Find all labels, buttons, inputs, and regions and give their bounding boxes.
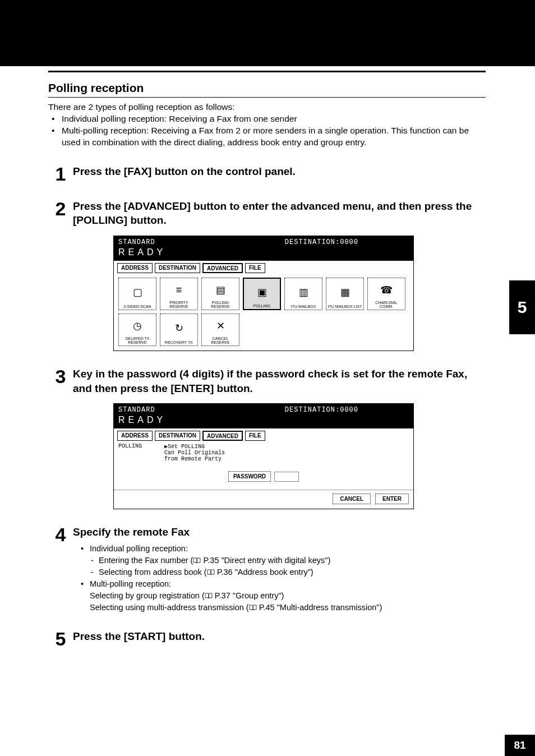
mailbox-list-icon: ▦ xyxy=(340,279,350,305)
page-number: 81 xyxy=(505,735,535,756)
step-4: 4 Specify the remote Fax Individual poll… xyxy=(48,525,486,614)
intro-bullet: Individual polling reception: Receiving … xyxy=(48,113,486,125)
step-title: Key in the password (4 digits) if the pa… xyxy=(73,367,486,395)
fn-polling[interactable]: ▣POLLING xyxy=(243,278,281,310)
mailbox-icon: ▥ xyxy=(299,279,308,305)
step-number: 4 xyxy=(48,525,73,614)
sub-bullet-text: Individual polling reception: xyxy=(90,544,188,553)
content-area: Polling reception There are 2 types of p… xyxy=(48,71,486,648)
sub-bullet-text: Multi-polling reception: xyxy=(90,579,171,588)
dash-item: Selecting from address book ( P.36 "Addr… xyxy=(90,566,486,578)
tab-file[interactable]: FILE xyxy=(245,431,265,441)
cancel-icon: ✕ xyxy=(216,315,225,336)
book-icon xyxy=(205,591,213,597)
step-title: Press the [FAX] button on the control pa… xyxy=(73,164,486,179)
tab-advanced[interactable]: ADVANCED xyxy=(202,263,243,273)
polling-password-screen: STANDARD DESTINATION:0000 READY ADDRESS … xyxy=(113,403,414,509)
page-icon: ▢ xyxy=(133,279,142,305)
polling-desc-line: Can Poll Originals xyxy=(164,450,225,456)
top-black-band xyxy=(0,0,535,66)
polling-label: POLLING xyxy=(118,443,154,462)
screen1-wrap: STANDARD DESTINATION:0000 READY ADDRESS … xyxy=(113,236,486,351)
password-field[interactable] xyxy=(274,472,299,482)
machine-icon: ▤ xyxy=(216,279,225,301)
fn-polling-reserve[interactable]: ▤POLLING RESERVE xyxy=(201,278,239,310)
plain-line: Selecting using multi-address transmissi… xyxy=(90,602,486,614)
intro-text: There are 2 types of polling reception a… xyxy=(48,102,486,112)
step-title: Press the [START] button. xyxy=(73,629,486,644)
step-number: 1 xyxy=(48,164,73,183)
fn-itu-mailbox[interactable]: ▥ITU MAILBOX xyxy=(284,278,322,310)
fn-priority-reserve[interactable]: ≡PRIORITY RESERVE xyxy=(160,278,198,310)
polling-desc-line: ▶Set POLLING xyxy=(164,443,225,450)
clock-icon: ◷ xyxy=(133,315,142,336)
screen-ready: READY xyxy=(118,247,409,257)
fax-icon: ▣ xyxy=(257,280,267,304)
polling-desc-line: from Remote Party xyxy=(164,456,225,462)
plain-line: Selecting by group registration ( P.37 "… xyxy=(90,590,486,602)
recovery-icon: ↻ xyxy=(175,315,183,340)
step-number: 5 xyxy=(48,629,73,648)
screen-mode: STANDARD xyxy=(118,406,155,414)
chapter-tab: 5 xyxy=(509,280,535,334)
screen2-wrap: STANDARD DESTINATION:0000 READY ADDRESS … xyxy=(113,403,486,509)
fn-recovery-tx[interactable]: ↻RECOVERY TX xyxy=(160,314,198,346)
tab-destination[interactable]: DESTINATION xyxy=(155,263,200,273)
intro-bullets: Individual polling reception: Receiving … xyxy=(48,113,486,149)
screen-destination: DESTINATION:0000 xyxy=(285,238,358,246)
step-3: 3 Key in the password (4 digits) if the … xyxy=(48,367,486,395)
list-icon: ≡ xyxy=(176,279,182,301)
section-title: Polling reception xyxy=(48,81,486,95)
book-icon xyxy=(207,567,215,573)
screen-mode: STANDARD xyxy=(118,238,155,246)
book-icon xyxy=(193,555,201,561)
tab-destination[interactable]: DESTINATION xyxy=(155,431,200,441)
tab-address[interactable]: ADDRESS xyxy=(117,431,153,441)
sub-bullet: Multi-polling reception: Selecting by gr… xyxy=(80,578,486,614)
polling-desc: ▶Set POLLING Can Poll Originals from Rem… xyxy=(164,443,225,462)
step-number: 3 xyxy=(48,367,73,395)
dash-item: Entering the Fax number ( P.35 "Direct e… xyxy=(90,555,486,566)
cancel-button[interactable]: CANCEL xyxy=(333,494,371,504)
step-title: Press the [ADVANCED] button to enter the… xyxy=(73,199,486,228)
intro-bullet: Multi-polling reception: Receiving a Fax… xyxy=(48,125,486,149)
step-title: Specify the remote Fax xyxy=(73,525,486,540)
step-2: 2 Press the [ADVANCED] button to enter t… xyxy=(48,199,486,228)
fn-2sided-scan[interactable]: ▢2-SIDED SCAN xyxy=(118,278,156,310)
password-button[interactable]: PASSWORD xyxy=(228,471,271,482)
tab-row: ADDRESS DESTINATION ADVANCED FILE xyxy=(114,261,413,273)
step-1: 1 Press the [FAX] button on the control … xyxy=(48,164,486,183)
function-grid: ▢2-SIDED SCAN ≡PRIORITY RESERVE ▤POLLING… xyxy=(114,273,413,351)
chain-icon: ☎ xyxy=(380,279,393,301)
screen-destination: DESTINATION:0000 xyxy=(285,406,358,414)
rule-thin xyxy=(48,97,486,98)
screen-ready: READY xyxy=(118,415,409,425)
step-number: 2 xyxy=(48,199,73,228)
tab-file[interactable]: FILE xyxy=(245,263,265,273)
tab-row: ADDRESS DESTINATION ADVANCED FILE xyxy=(114,428,413,441)
enter-button[interactable]: ENTER xyxy=(375,494,409,504)
fn-delayed-tx[interactable]: ◷DELAYED TX RESERVE xyxy=(118,314,156,346)
advanced-menu-screen: STANDARD DESTINATION:0000 READY ADDRESS … xyxy=(113,236,414,351)
fn-cancel-reserve[interactable]: ✕CANCEL RESERVE xyxy=(201,314,239,346)
tab-address[interactable]: ADDRESS xyxy=(117,263,153,273)
book-icon xyxy=(249,602,257,609)
fn-itu-mailbox-list[interactable]: ▦ITU MAILBOX LIST xyxy=(326,278,364,310)
tab-advanced[interactable]: ADVANCED xyxy=(202,431,243,441)
fn-chain-dial[interactable]: ☎CHAIN DIAL COMM. xyxy=(367,278,405,310)
step-5: 5 Press the [START] button. xyxy=(48,629,486,648)
sub-bullet: Individual polling reception: Entering t… xyxy=(80,543,486,578)
rule-thick xyxy=(48,71,486,72)
